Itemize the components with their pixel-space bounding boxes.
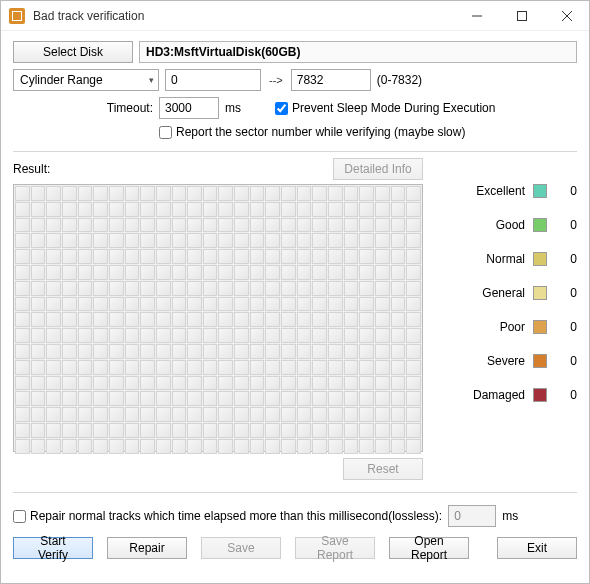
grid-cell [312, 423, 327, 438]
grid-cell [406, 265, 421, 280]
grid-cell [93, 233, 108, 248]
grid-cell [31, 391, 46, 406]
grid-cell [78, 186, 93, 201]
open-report-button[interactable]: Open Report [389, 537, 469, 559]
grid-cell [31, 407, 46, 422]
grid-cell [218, 265, 233, 280]
grid-cell [78, 312, 93, 327]
grid-cell [250, 360, 265, 375]
report-sector-input[interactable] [159, 126, 172, 139]
repair-threshold-input[interactable] [448, 505, 496, 527]
grid-cell [15, 391, 30, 406]
grid-cell [187, 376, 202, 391]
grid-cell [406, 233, 421, 248]
grid-cell [187, 328, 202, 343]
repair-lossless-checkbox[interactable]: Repair normal tracks which time elapsed … [13, 509, 442, 523]
grid-cell [391, 423, 406, 438]
grid-cell [375, 312, 390, 327]
start-verify-button[interactable]: Start Verify [13, 537, 93, 559]
grid-cell [391, 218, 406, 233]
range-mode-dropdown[interactable]: Cylinder Range ▾ [13, 69, 159, 91]
prevent-sleep-checkbox[interactable]: Prevent Sleep Mode During Execution [275, 101, 495, 115]
grid-cell [109, 233, 124, 248]
grid-cell [46, 281, 61, 296]
grid-cell [344, 186, 359, 201]
grid-cell [46, 439, 61, 454]
grid-cell [391, 186, 406, 201]
range-end-input[interactable] [291, 69, 371, 91]
grid-cell [406, 186, 421, 201]
grid-cell [281, 281, 296, 296]
close-button[interactable] [544, 1, 589, 31]
grid-cell [172, 312, 187, 327]
legend-good: Good 0 [437, 218, 577, 232]
grid-cell [31, 360, 46, 375]
range-mode-label: Cylinder Range [20, 73, 103, 87]
repair-button[interactable]: Repair [107, 537, 187, 559]
grid-cell [281, 407, 296, 422]
prevent-sleep-input[interactable] [275, 102, 288, 115]
grid-cell [172, 344, 187, 359]
grid-cell [328, 281, 343, 296]
grid-cell [187, 297, 202, 312]
grid-cell [406, 328, 421, 343]
timeout-input[interactable] [159, 97, 219, 119]
grid-cell [109, 249, 124, 264]
save-button[interactable]: Save [201, 537, 281, 559]
grid-cell [328, 439, 343, 454]
save-report-button[interactable]: Save Report [295, 537, 375, 559]
detailed-info-button[interactable]: Detailed Info [333, 158, 423, 180]
grid-cell [375, 297, 390, 312]
grid-cell [359, 344, 374, 359]
grid-cell [359, 218, 374, 233]
grid-cell [328, 265, 343, 280]
grid-cell [265, 328, 280, 343]
grid-cell [218, 328, 233, 343]
grid-cell [312, 202, 327, 217]
grid-cell [93, 202, 108, 217]
grid-cell [250, 186, 265, 201]
grid-cell [375, 344, 390, 359]
grid-cell [31, 439, 46, 454]
grid-cell [312, 391, 327, 406]
grid-cell [156, 328, 171, 343]
range-start-input[interactable] [165, 69, 261, 91]
grid-cell [344, 202, 359, 217]
grid-cell [265, 186, 280, 201]
grid-cell [250, 265, 265, 280]
grid-cell [250, 281, 265, 296]
grid-cell [172, 423, 187, 438]
grid-cell [156, 249, 171, 264]
grid-cell [140, 360, 155, 375]
grid-cell [140, 218, 155, 233]
timeout-label: Timeout: [13, 101, 153, 115]
grid-cell [15, 297, 30, 312]
report-sector-checkbox[interactable]: Report the sector number while verifying… [159, 125, 465, 139]
grid-cell [109, 328, 124, 343]
legend-general: General 0 [437, 286, 577, 300]
minimize-button[interactable] [454, 1, 499, 31]
grid-cell [172, 218, 187, 233]
grid-cell [78, 202, 93, 217]
select-disk-button[interactable]: Select Disk [13, 41, 133, 63]
grid-cell [78, 297, 93, 312]
reset-button[interactable]: Reset [343, 458, 423, 480]
grid-cell [93, 439, 108, 454]
grid-cell [234, 407, 249, 422]
grid-cell [203, 249, 218, 264]
grid-cell [281, 423, 296, 438]
grid-cell [359, 328, 374, 343]
grid-cell [62, 202, 77, 217]
repair-lossless-input[interactable] [13, 510, 26, 523]
exit-button[interactable]: Exit [497, 537, 577, 559]
grid-cell [250, 391, 265, 406]
grid-cell [297, 186, 312, 201]
grid-cell [359, 281, 374, 296]
grid-cell [78, 218, 93, 233]
maximize-button[interactable] [499, 1, 544, 31]
grid-cell [203, 328, 218, 343]
grid-cell [344, 297, 359, 312]
grid-cell [265, 423, 280, 438]
window-title: Bad track verification [33, 9, 144, 23]
grid-cell [234, 281, 249, 296]
